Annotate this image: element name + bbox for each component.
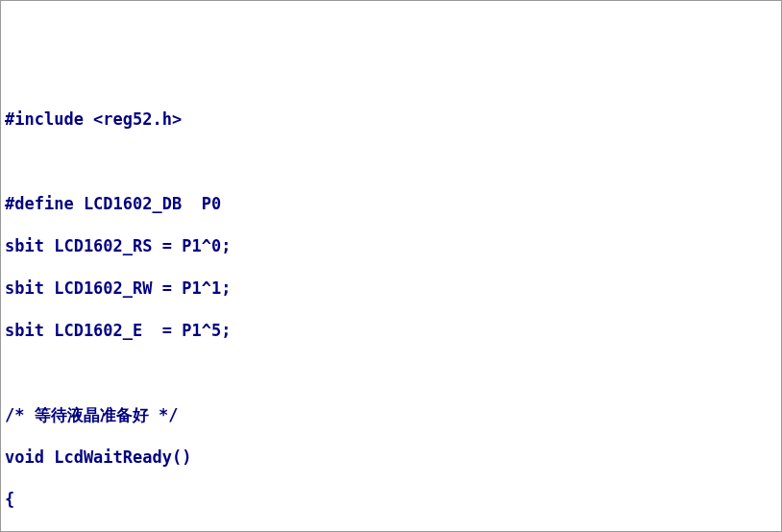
code-line: sbit LCD1602_E = P1^5; <box>5 320 777 341</box>
code-line: #include <reg52.h> <box>5 109 777 130</box>
code-line: #define LCD1602_DB P0 <box>5 193 777 214</box>
code-editor-viewport: #include <reg52.h> #define LCD1602_DB P0… <box>1 85 781 532</box>
code-line: sbit LCD1602_RW = P1^1; <box>5 278 777 299</box>
code-line <box>5 362 777 383</box>
code-line: void LcdWaitReady() <box>5 447 777 468</box>
code-line: sbit LCD1602_RS = P1^0; <box>5 235 777 256</box>
code-line: { <box>5 489 777 510</box>
code-line <box>5 151 777 172</box>
code-line: /* 等待液晶准备好 */ <box>5 404 777 425</box>
